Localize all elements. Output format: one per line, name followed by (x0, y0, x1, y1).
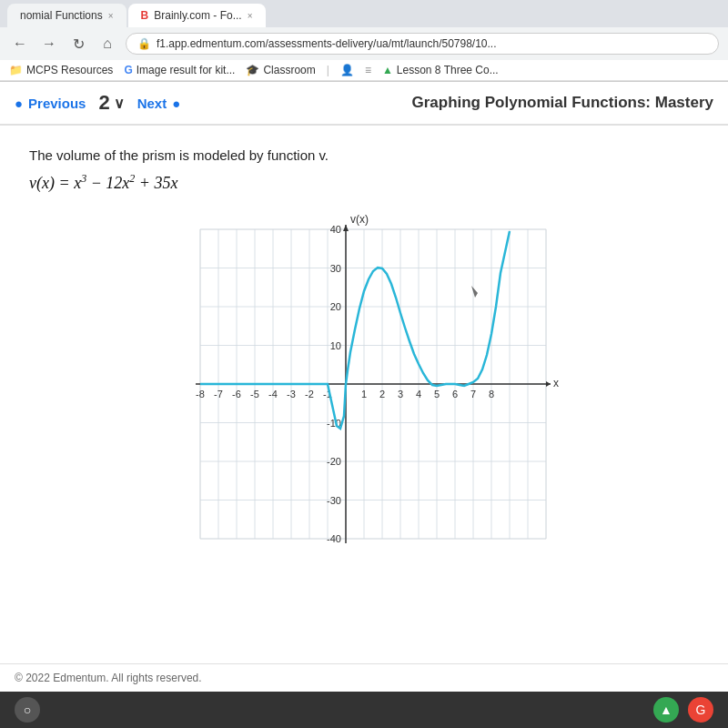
bookmarks-bar: 📁 MCPS Resources G Image result for kit.… (0, 60, 728, 81)
refresh-button[interactable]: ↻ (67, 33, 89, 55)
y-axis-label: v(x) (350, 213, 369, 226)
bookmark-lesson-label: Lesson 8 Three Co... (397, 64, 499, 76)
bookmark-image[interactable]: G Image result for kit... (124, 64, 235, 76)
back-button[interactable]: ← (9, 33, 31, 55)
app-header: ● Previous 2 ∨ Next ● Graphing Polynomia… (0, 82, 728, 126)
bookmark-mcps-label: MCPS Resources (26, 64, 113, 76)
tab-close-icon[interactable]: × (108, 11, 114, 21)
svg-text:6: 6 (452, 389, 458, 399)
address-text: f1.app.edmentum.com/assessments-delivery… (157, 37, 497, 50)
footer: © 2022 Edmentum. All rights reserved. (0, 663, 728, 692)
bookmark-image-icon: G (124, 64, 132, 76)
taskbar-home-button[interactable]: ○ (15, 697, 40, 723)
copyright-text: © 2022 Edmentum. All rights reserved. (15, 672, 202, 684)
svg-text:-5: -5 (250, 389, 259, 399)
problem-text: The volume of the prism is modeled by fu… (29, 147, 699, 163)
equation-lhs: v(x) = (29, 174, 70, 192)
tab-brainly[interactable]: B Brainly.com - Fo... × (128, 4, 266, 27)
x-axis-label: x (553, 377, 559, 389)
dropdown-icon[interactable]: ∨ (114, 95, 125, 112)
previous-label: Previous (28, 96, 86, 111)
taskbar-circle-icon: ○ (24, 703, 31, 717)
content-area: The volume of the prism is modeled by fu… (0, 126, 728, 690)
svg-text:20: 20 (330, 301, 341, 312)
bookmark-mcps-icon: 📁 (9, 64, 23, 76)
svg-text:2: 2 (379, 389, 385, 399)
google-icon: G (696, 703, 706, 717)
graph-container: -6 -5 -8 -7 -4 -3 -2 -1 1 2 3 4 5 6 7 8 … (29, 211, 699, 575)
svg-text:-40: -40 (327, 533, 341, 544)
taskbar-icons: ▲ G (653, 697, 713, 723)
browser-chrome: nomial Functions × B Brainly.com - Fo...… (0, 0, 728, 82)
svg-text:-3: -3 (287, 389, 296, 399)
svg-text:-8: -8 (196, 389, 205, 399)
svg-text:7: 7 (470, 389, 476, 399)
svg-text:-7: -7 (214, 389, 223, 399)
browser-topbar: ← → ↻ ⌂ 🔒 f1.app.edmentum.com/assessment… (0, 27, 728, 60)
next-icon: ● (172, 96, 180, 111)
previous-button[interactable]: ● Previous (15, 96, 86, 111)
tab-brainly-close-icon[interactable]: × (248, 11, 253, 21)
equation: v(x) = x3 − 12x2 + 35x (29, 172, 699, 193)
taskbar-triangle-icon[interactable]: ▲ (653, 697, 679, 723)
svg-text:8: 8 (489, 389, 494, 399)
previous-icon: ● (15, 96, 23, 111)
svg-text:40: 40 (330, 224, 341, 235)
svg-text:-2: -2 (305, 389, 314, 399)
tab-bar: nomial Functions × B Brainly.com - Fo...… (0, 0, 728, 27)
home-button[interactable]: ⌂ (96, 33, 118, 55)
svg-marker-31 (546, 381, 551, 387)
question-number-text: 2 (98, 91, 109, 115)
page-title: Graphing Polynomial Functions: Mastery (411, 94, 713, 112)
page-title-text: Graphing Polynomial Functions: Mastery (411, 94, 713, 111)
tab-brainly-label: Brainly.com - Fo... (154, 9, 241, 22)
triangle-icon: ▲ (660, 703, 672, 717)
bookmarks-extra-icon1: 👤 (340, 64, 354, 76)
svg-text:5: 5 (434, 389, 440, 399)
taskbar: ○ ▲ G (0, 692, 728, 728)
bookmark-image-label: Image result for kit... (136, 64, 236, 76)
forward-button[interactable]: → (38, 33, 60, 55)
bookmark-classroom-label: Classroom (263, 64, 315, 76)
bookmarks-extra-icon2: ≡ (365, 64, 371, 76)
tab-polynomial[interactable]: nomial Functions × (7, 4, 126, 27)
address-bar[interactable]: 🔒 f1.app.edmentum.com/assessments-delive… (126, 33, 719, 55)
tab-label: nomial Functions (20, 9, 103, 22)
bookmark-lesson[interactable]: ▲ Lesson 8 Three Co... (382, 64, 499, 76)
bookmark-classroom[interactable]: 🎓 Classroom (246, 64, 315, 76)
next-label: Next (137, 96, 167, 111)
svg-text:4: 4 (416, 389, 421, 399)
taskbar-google-icon[interactable]: G (688, 697, 713, 723)
svg-text:1: 1 (361, 389, 367, 399)
equation-rhs: x3 − 12x2 + 35x (74, 174, 177, 192)
bookmark-lesson-icon: ▲ (382, 64, 393, 76)
next-button[interactable]: Next ● (137, 96, 181, 111)
tab-brainly-icon: B (141, 9, 149, 22)
bookmark-classroom-icon: 🎓 (246, 64, 259, 76)
graph-svg: -6 -5 -8 -7 -4 -3 -2 -1 1 2 3 4 5 6 7 8 … (146, 211, 582, 575)
svg-text:-6: -6 (232, 389, 241, 399)
svg-text:3: 3 (398, 389, 403, 399)
question-number: 2 ∨ (98, 91, 124, 115)
svg-text:30: 30 (330, 263, 341, 274)
svg-text:-4: -4 (268, 389, 278, 399)
svg-text:-20: -20 (327, 456, 341, 467)
svg-marker-33 (343, 225, 349, 231)
svg-text:-30: -30 (327, 495, 341, 506)
bookmark-mcps[interactable]: 📁 MCPS Resources (9, 64, 113, 76)
address-lock-icon: 🔒 (137, 37, 151, 50)
svg-text:10: 10 (330, 340, 341, 351)
bookmarks-separator: | (327, 64, 329, 76)
